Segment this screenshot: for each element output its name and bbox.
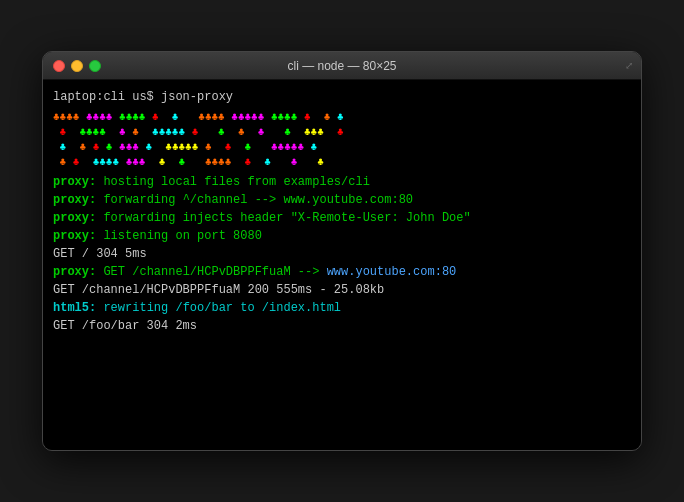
proxy-line-3: proxy: forwarding injects header "X-Remo… [53,209,631,227]
proxy-label-1: proxy: [53,175,96,189]
proxy-line-1: proxy: hosting local files from examples… [53,173,631,191]
proxy-label-2: proxy: [53,193,96,207]
terminal-window: cli — node — 80×25 ⤢ laptop:cli us$ json… [42,51,642,451]
proxy-get-label: proxy: [53,265,96,279]
get-line-1: GET / 304 5ms [53,245,631,263]
maximize-button[interactable] [89,60,101,72]
traffic-lights [53,60,101,72]
minimize-button[interactable] [71,60,83,72]
proxy-text-2: forwarding ^/channel --> www.youtube.com… [96,193,413,207]
proxy-line-4: proxy: listening on port 8080 [53,227,631,245]
close-button[interactable] [53,60,65,72]
proxy-text-3: forwarding injects header "X-Remote-User… [96,211,470,225]
window-title: cli — node — 80×25 [287,59,396,73]
ascii-art: ♣♣♣♣ ♣♣♣♣ ♣♣♣♣ ♣ ♣ ♣♣♣♣ ♣♣♣♣♣ ♣♣♣♣ ♣ ♣ ♣… [53,110,631,169]
proxy-text-1: hosting local files from examples/cli [96,175,370,189]
resize-icon: ⤢ [625,60,633,72]
html5-line: html5: rewriting /foo/bar to /index.html [53,299,631,317]
command-line: laptop:cli us$ json-proxy [53,88,631,106]
get-line-3: GET /foo/bar 304 2ms [53,317,631,335]
proxy-text-4: listening on port 8080 [96,229,262,243]
titlebar: cli — node — 80×25 ⤢ [43,52,641,80]
terminal-body[interactable]: laptop:cli us$ json-proxy ♣♣♣♣ ♣♣♣♣ ♣♣♣♣… [43,80,641,450]
proxy-get-url: www.youtube.com:80 [327,265,457,279]
proxy-label-4: proxy: [53,229,96,243]
proxy-get-line: proxy: GET /channel/HCPvDBPPFfuaM --> ww… [53,263,631,281]
proxy-label-3: proxy: [53,211,96,225]
html5-text: rewriting /foo/bar to /index.html [96,301,341,315]
proxy-line-2: proxy: forwarding ^/channel --> www.yout… [53,191,631,209]
proxy-get-text: GET /channel/HCPvDBPPFfuaM --> [96,265,326,279]
html5-label: html5: [53,301,96,315]
get-line-2: GET /channel/HCPvDBPPFfuaM 200 555ms - 2… [53,281,631,299]
